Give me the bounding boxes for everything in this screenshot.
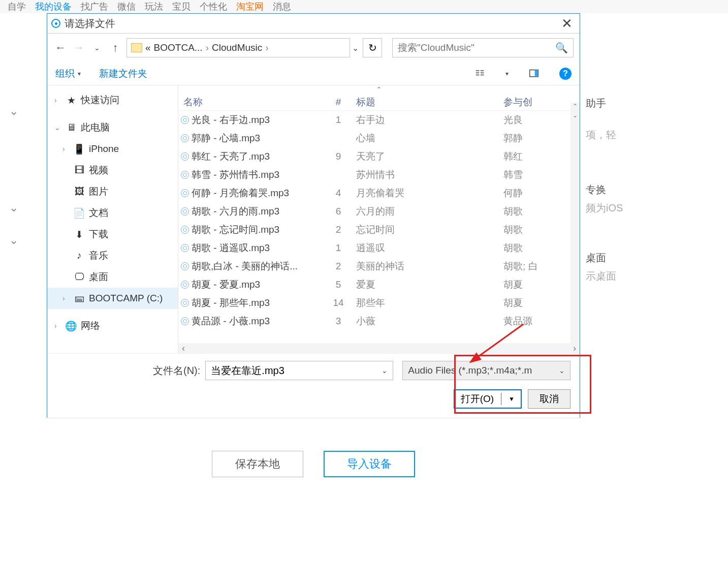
file-row[interactable]: 胡歌,白冰 - 美丽的神话... 2 美丽的神话 胡歌; 白 (178, 257, 580, 275)
expand-icon[interactable]: › (62, 294, 70, 302)
audio-file-icon (178, 207, 192, 215)
save-local-button[interactable]: 保存本地 (212, 451, 303, 477)
tree-label: BOOTCAMP (C:) (89, 293, 163, 304)
h-scrollbar[interactable]: ‹› (178, 343, 580, 353)
file-row[interactable]: 胡歌 - 逍遥叹.mp3 1 逍遥叹 胡歌 (178, 239, 580, 257)
tree-item-desktop[interactable]: 🖵 桌面 (47, 266, 178, 288)
file-name: 胡夏 - 爱夏.mp3 (192, 278, 321, 291)
net-icon: 🌐 (66, 320, 77, 332)
tree-item-pc[interactable]: ⌄ 🖥 此电脑 (47, 117, 178, 138)
file-dialog: 请选择文件 ✕ ← → ⌄ ↑ « BOOTCA... › CloudMusic… (47, 13, 580, 418)
breadcrumb-dropdown-icon[interactable]: ⌄ (352, 43, 359, 53)
file-row[interactable]: 韩红 - 天亮了.mp3 9 天亮了 韩红 (178, 147, 580, 166)
filetype-filter[interactable]: Audio Files (*.mp3;*.m4a;*.m ⌄ (402, 361, 571, 380)
audio-file-icon (178, 317, 192, 325)
view-icon[interactable] (473, 67, 487, 81)
file-row[interactable]: 胡歌 - 六月的雨.mp3 6 六月的雨 胡歌 (178, 202, 580, 221)
filename-input-wrap[interactable]: ⌄ (205, 361, 393, 380)
file-row[interactable]: 韩雪 - 苏州情书.mp3 苏州情书 韩雪 (178, 166, 580, 184)
file-row[interactable]: 黄品源 - 小薇.mp3 3 小薇 黄品源 (178, 312, 580, 330)
filename-input[interactable] (211, 365, 382, 377)
breadcrumb-seg[interactable]: CloudMusic (212, 42, 262, 53)
tree-item-download[interactable]: ⬇ 下载 (47, 224, 178, 245)
file-title: 小薇 (356, 315, 503, 328)
up-icon[interactable]: ↑ (108, 41, 122, 55)
file-title: 右手边 (356, 113, 503, 127)
file-artist: 胡夏 (503, 296, 580, 310)
expand-icon[interactable]: › (62, 145, 70, 153)
col-title[interactable]: 标题 (356, 96, 503, 109)
scroll-up-icon[interactable]: ⌃ (178, 85, 580, 94)
file-row[interactable]: 郭静 - 心墙.mp3 心墙 郭静 (178, 129, 580, 147)
file-row[interactable]: 何静 - 月亮偷着哭.mp3 4 月亮偷着哭 何静 (178, 184, 580, 202)
file-name: 胡夏 - 那些年.mp3 (192, 296, 321, 310)
col-num[interactable]: # (321, 97, 356, 108)
phone-icon: 📱 (74, 143, 85, 155)
search-icon[interactable]: 🔍 (555, 42, 568, 54)
breadcrumb[interactable]: « BOOTCA... › CloudMusic › (126, 38, 350, 57)
svg-rect-7 (535, 70, 539, 76)
file-name: 郭静 - 心墙.mp3 (192, 132, 321, 145)
file-artist: 胡歌 (503, 205, 580, 218)
file-artist: 胡夏 (503, 278, 580, 291)
tree-label: 网络 (81, 319, 100, 332)
titlebar: 请选择文件 ✕ (47, 14, 580, 33)
expand-icon[interactable]: › (54, 322, 61, 330)
folder-icon (131, 43, 142, 52)
search-box[interactable]: 🔍 (392, 38, 574, 57)
filter-chevron-icon[interactable]: ⌄ (559, 366, 565, 375)
file-title: 月亮偷着哭 (356, 187, 503, 200)
tree-label: 此电脑 (81, 121, 110, 134)
refresh-icon[interactable]: ↻ (363, 38, 382, 57)
organize-button[interactable]: 组织▾ (55, 67, 81, 80)
file-name: 何静 - 月亮偷着哭.mp3 (192, 187, 321, 200)
file-row[interactable]: 胡歌 - 忘记时间.mp3 2 忘记时间 胡歌 (178, 221, 580, 239)
tree-item-net[interactable]: › 🌐 网络 (47, 315, 178, 336)
audio-file-icon (178, 134, 192, 142)
search-input[interactable] (398, 42, 555, 53)
import-device-button[interactable]: 导入设备 (324, 451, 415, 477)
tree-item-video[interactable]: 🎞 视频 (47, 160, 178, 181)
file-track-num: 5 (321, 279, 356, 290)
tree-item-star[interactable]: › ★ 快速访问 (47, 89, 178, 111)
back-icon[interactable]: ← (53, 41, 68, 55)
file-row[interactable]: 光良 - 右手边.mp3 1 右手边 光良 (178, 111, 580, 129)
tree-item-doc[interactable]: 📄 文档 (47, 202, 178, 224)
new-folder-button[interactable]: 新建文件夹 (99, 67, 147, 80)
file-title: 美丽的神话 (356, 260, 503, 273)
expand-icon[interactable]: ⌄ (54, 124, 61, 132)
forward-icon[interactable]: → (72, 41, 86, 55)
file-row[interactable]: 胡夏 - 爱夏.mp3 5 爱夏 胡夏 (178, 275, 580, 294)
desktop-icon: 🖵 (74, 271, 85, 283)
file-title: 苏州情书 (356, 168, 503, 181)
file-row[interactable]: 胡夏 - 那些年.mp3 14 那些年 胡夏 (178, 294, 580, 312)
tree-item-disk[interactable]: › 🖴 BOOTCAMP (C:) (47, 288, 178, 309)
file-track-num: 1 (321, 114, 356, 126)
star-icon: ★ (66, 95, 77, 106)
music-icon: ♪ (74, 250, 85, 261)
open-button[interactable]: 打开(O)▼ (454, 389, 522, 409)
close-icon[interactable]: ✕ (558, 16, 576, 32)
history-chevron-icon[interactable]: ⌄ (90, 41, 104, 55)
view-chevron-icon[interactable]: ▾ (505, 70, 509, 77)
col-name[interactable]: 名称 (178, 96, 321, 109)
file-track-num: 14 (321, 297, 356, 309)
help-icon[interactable]: ? (559, 68, 572, 80)
file-track-num: 3 (321, 316, 356, 327)
file-name: 胡歌,白冰 - 美丽的神话... (192, 260, 321, 273)
filename-chevron-icon[interactable]: ⌄ (382, 366, 388, 375)
expand-icon[interactable]: › (54, 96, 61, 104)
v-scrollbar[interactable]: ⌃⌄ (571, 103, 580, 343)
file-track-num: 2 (321, 261, 356, 272)
tree-item-image[interactable]: 🖼 图片 (47, 181, 178, 202)
image-icon: 🖼 (74, 186, 85, 197)
file-title: 那些年 (356, 296, 503, 310)
breadcrumb-seg[interactable]: BOOTCA... (154, 42, 203, 53)
preview-pane-icon[interactable] (527, 67, 541, 81)
tree-item-music[interactable]: ♪ 音乐 (47, 245, 178, 266)
file-name: 胡歌 - 忘记时间.mp3 (192, 223, 321, 236)
cancel-button[interactable]: 取消 (528, 389, 571, 409)
col-artist[interactable]: 参与创 (503, 96, 580, 109)
file-name: 黄品源 - 小薇.mp3 (192, 315, 321, 328)
tree-item-phone[interactable]: › 📱 iPhone (47, 138, 178, 160)
